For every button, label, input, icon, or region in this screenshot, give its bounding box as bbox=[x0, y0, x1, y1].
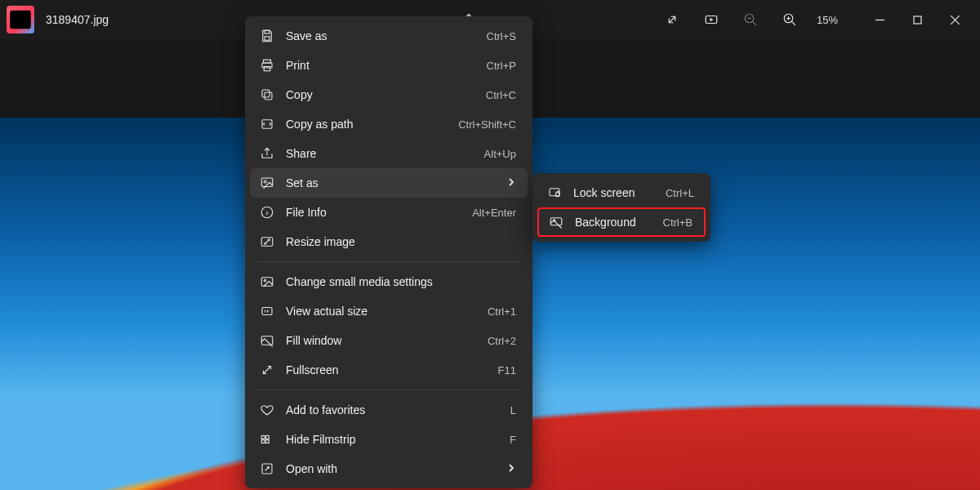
print-icon bbox=[260, 58, 274, 73]
svg-rect-6 bbox=[265, 30, 270, 33]
menu-item-hide-filmstrip[interactable]: Hide Filmstrip F bbox=[250, 425, 528, 454]
svg-rect-11 bbox=[265, 92, 272, 100]
menu-item-label: Change small media settings bbox=[286, 275, 505, 288]
menu-item-label: Background bbox=[575, 216, 652, 229]
menu-item-fill-window[interactable]: Fill window Ctrl+2 bbox=[250, 326, 528, 355]
menu-item-shortcut: Ctrl+1 bbox=[488, 305, 516, 318]
actual-size-icon bbox=[260, 304, 274, 318]
open-with-icon bbox=[260, 461, 274, 476]
context-menu: Save as Ctrl+S Print Ctrl+P Copy Ctrl+C … bbox=[245, 16, 532, 488]
menu-item-share[interactable]: Share Alt+Up bbox=[250, 139, 528, 168]
menu-item-shortcut: Ctrl+Shift+C bbox=[458, 118, 516, 131]
media-settings-icon bbox=[260, 274, 274, 289]
svg-point-15 bbox=[264, 180, 266, 183]
menu-item-label: Open with bbox=[286, 462, 495, 475]
menu-item-label: Hide Filmstrip bbox=[286, 433, 498, 446]
menu-item-label: Copy bbox=[286, 88, 474, 101]
submenu-item-lock-screen[interactable]: Lock screen Ctrl+L bbox=[537, 178, 706, 207]
menu-item-shortcut: Ctrl+B bbox=[663, 216, 693, 229]
menu-item-open-with[interactable]: Open with bbox=[250, 454, 528, 483]
menu-item-fullscreen[interactable]: Fullscreen F11 bbox=[250, 355, 528, 385]
menu-item-shortcut: Alt+Enter bbox=[472, 207, 516, 219]
expand-button[interactable] bbox=[658, 6, 686, 33]
menu-separator bbox=[256, 390, 521, 390]
menu-item-label: Save as bbox=[286, 29, 475, 42]
save-as-icon bbox=[260, 29, 274, 43]
svg-rect-7 bbox=[265, 37, 270, 41]
set-as-icon bbox=[260, 176, 274, 190]
menu-item-media-settings[interactable]: Change small media settings bbox=[250, 267, 528, 296]
maximize-icon bbox=[913, 16, 922, 24]
maximize-button[interactable] bbox=[898, 0, 936, 39]
menu-item-save-as[interactable]: Save as Ctrl+S bbox=[250, 21, 528, 51]
menu-item-label: Fullscreen bbox=[286, 363, 487, 376]
svg-rect-12 bbox=[262, 90, 270, 97]
menu-item-set-as[interactable]: Set as bbox=[250, 168, 528, 198]
copy-path-icon bbox=[260, 117, 274, 131]
menu-item-shortcut: Alt+Up bbox=[484, 148, 516, 160]
slideshow-button[interactable] bbox=[697, 6, 725, 33]
lock-screen-icon bbox=[547, 185, 562, 200]
copy-icon bbox=[260, 87, 274, 102]
menu-item-label: Fill window bbox=[286, 334, 476, 347]
titlebar-right: 15% bbox=[658, 0, 973, 39]
menu-item-actual-size[interactable]: View actual size Ctrl+1 bbox=[250, 296, 528, 326]
image-icon bbox=[7, 6, 34, 33]
menu-item-label: Share bbox=[286, 147, 473, 160]
zoom-in-icon bbox=[782, 12, 797, 27]
menu-item-print[interactable]: Print Ctrl+P bbox=[250, 51, 528, 80]
menu-item-label: Add to favorites bbox=[286, 403, 499, 416]
fullscreen-icon bbox=[260, 363, 274, 377]
zoom-out-icon bbox=[743, 12, 758, 27]
close-button[interactable] bbox=[936, 0, 973, 39]
expand-icon bbox=[665, 12, 679, 27]
menu-item-shortcut: Ctrl+S bbox=[487, 30, 516, 42]
menu-item-label: Print bbox=[286, 59, 475, 72]
svg-rect-27 bbox=[550, 189, 559, 196]
slideshow-icon bbox=[704, 12, 719, 27]
minimize-icon bbox=[875, 16, 884, 24]
menu-item-resize-image[interactable]: Resize image bbox=[250, 227, 528, 256]
menu-item-label: File Info bbox=[286, 206, 461, 219]
menu-item-label: Lock screen bbox=[573, 186, 654, 199]
svg-rect-18 bbox=[261, 278, 273, 287]
info-icon bbox=[260, 205, 274, 220]
submenu-item-background[interactable]: Background Ctrl+B bbox=[537, 207, 706, 237]
menu-item-add-to-favorites[interactable]: Add to favorites L bbox=[250, 395, 528, 425]
svg-rect-22 bbox=[261, 436, 265, 439]
svg-rect-24 bbox=[261, 440, 265, 443]
svg-point-1 bbox=[15, 15, 20, 20]
menu-item-label: Set as bbox=[286, 176, 495, 189]
share-menu-icon bbox=[260, 146, 274, 161]
svg-rect-5 bbox=[914, 16, 921, 24]
favorite-icon bbox=[260, 403, 274, 417]
svg-rect-10 bbox=[264, 67, 270, 71]
chevron-right-icon bbox=[506, 176, 516, 189]
set-as-submenu: Lock screen Ctrl+L Background Ctrl+B bbox=[532, 173, 710, 242]
menu-item-shortcut: Ctrl+C bbox=[486, 89, 516, 101]
menu-item-copy-as-path[interactable]: Copy as path Ctrl+Shift+C bbox=[250, 109, 528, 139]
zoom-in-button[interactable] bbox=[776, 6, 804, 33]
window-controls bbox=[861, 0, 973, 39]
menu-item-label: View actual size bbox=[286, 305, 476, 318]
background-icon bbox=[549, 215, 564, 229]
resize-icon bbox=[260, 234, 274, 249]
menu-item-file-info[interactable]: File Info Alt+Enter bbox=[250, 198, 528, 227]
chevron-right-icon bbox=[506, 462, 516, 475]
menu-item-shortcut: F11 bbox=[498, 364, 516, 376]
file-thumbnail[interactable] bbox=[7, 6, 34, 33]
minimize-button[interactable] bbox=[861, 0, 898, 39]
menu-item-shortcut: Ctrl+2 bbox=[488, 335, 516, 347]
svg-rect-25 bbox=[266, 440, 270, 443]
zoom-out-button[interactable] bbox=[737, 6, 764, 33]
menu-item-shortcut: F bbox=[510, 434, 516, 446]
filmstrip-icon bbox=[260, 432, 274, 447]
menu-item-label: Resize image bbox=[286, 235, 505, 248]
zoom-level: 15% bbox=[817, 14, 838, 26]
svg-point-19 bbox=[264, 279, 265, 281]
menu-item-label: Copy as path bbox=[286, 118, 447, 131]
fill-window-icon bbox=[260, 333, 274, 348]
menu-item-copy[interactable]: Copy Ctrl+C bbox=[250, 80, 528, 109]
menu-item-shortcut: Ctrl+L bbox=[666, 187, 694, 199]
menu-item-shortcut: L bbox=[510, 404, 516, 416]
